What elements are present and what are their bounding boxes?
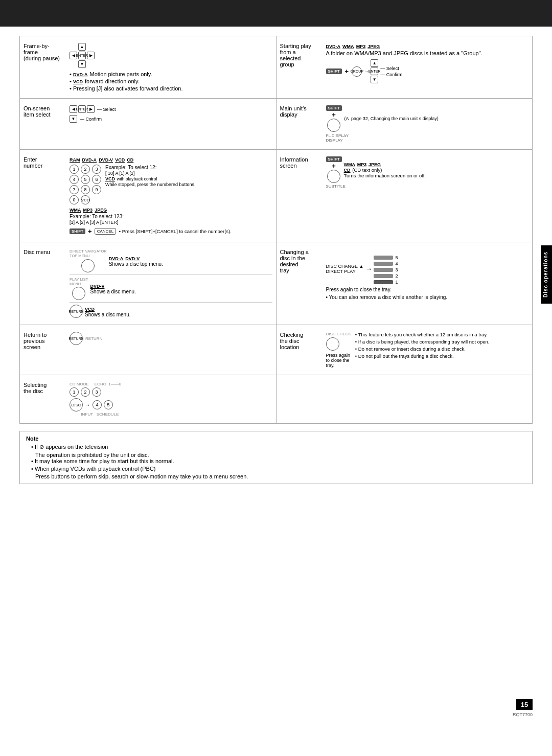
starting-play-row: Starting playfrom aselectedgroup DVD-A W… xyxy=(280,40,529,86)
chk-bullet2: • If a disc is being played, the corresp… xyxy=(355,339,490,345)
cd-also-note: • You can also remove a disc while anoth… xyxy=(326,294,529,300)
note-title: Note xyxy=(26,436,526,442)
info-screen-cell: Informationscreen SHIFT + WMA xyxy=(276,150,533,242)
onscreen-confirm: ▼ — Confirm xyxy=(70,115,272,123)
main-table: Frame-by-frame(during pause) ▲ ◀ ENTER ▶ xyxy=(19,36,533,424)
enter-number-row: Enternumber RAM DVD-A DVD-V VCD CD xyxy=(24,154,272,238)
disc-menu-label: Disc menu xyxy=(24,249,70,255)
en-num-grid-section: 1 2 3 4 5 6 7 8 9 0 xyxy=(70,165,272,204)
sd-controls2: DISC → 4 5 xyxy=(70,398,272,411)
note-item-3: • When playing VCDs with playback contro… xyxy=(31,466,526,472)
os-right-icon: ▶ xyxy=(87,105,95,113)
starting-play-controls: SHIFT + GROUP → ▲ ENTER xyxy=(326,59,529,83)
sd-mode-labels: CD MODE ECHO 1——8 xyxy=(70,382,272,386)
selecting-disc-cell: Selectingthe disc CD MODE ECHO 1——8 1 2 … xyxy=(20,375,277,424)
dm-dvdv-text: Shows a disc menu. xyxy=(90,289,136,294)
sd-disc-btn: DISC xyxy=(70,398,83,411)
group-btn-icon: GROUP xyxy=(352,66,362,77)
selecting-disc-row: Selectingthe disc CD MODE ECHO 1——8 1 2 … xyxy=(24,379,272,419)
selecting-disc-label: Selectingthe disc xyxy=(24,382,70,394)
return-prev-cell: Return topreviousscreen RETURN RETURN xyxy=(20,325,277,375)
sd-2-btn: 2 xyxy=(81,387,90,397)
dm-top-btn xyxy=(81,259,95,272)
chk-layout: DISC CHECK Press againto close thetray. … xyxy=(326,332,529,368)
return-prev-row: Return topreviousscreen RETURN RETURN xyxy=(24,329,272,353)
chk-bullet4: • Do not pull out the trays during a dis… xyxy=(355,353,490,359)
onscreen-row: On-screenitem select ◀ ENTER ▶ — Select xyxy=(24,103,272,125)
changing-disc-content: DISC CHANGE ▲DIRECT PLAY → 5 4 3 2 1 xyxy=(326,249,529,300)
en-example2: Example: To select 123: [1] A [2] A [3] … xyxy=(70,214,272,225)
checking-disc-content: DISC CHECK Press againto close thetray. … xyxy=(326,332,529,368)
dm-dvda-dvdv-badges: DVD-A DVD-V xyxy=(109,255,163,261)
sd-controls: 1 2 3 xyxy=(70,387,272,397)
tray-4: 4 xyxy=(374,261,398,266)
os-confirm-label: — Confirm xyxy=(80,117,102,122)
sd-5-btn: 5 xyxy=(104,400,113,409)
info-screen-content: SHIFT + WMA MP3 JPEG CD (CD text only) xyxy=(326,156,529,189)
tray-1: 1 xyxy=(374,280,398,285)
return-btn-label: RETURN xyxy=(85,336,102,341)
onscreen-controls: ◀ ENTER ▶ — Select xyxy=(70,105,272,113)
dm-dvdv-menu: PLAY LISTMENU DVD-V Shows a disc menu. xyxy=(70,277,272,300)
enter-small-icon: ENTER xyxy=(78,52,86,59)
dm-vcd-text: Shows a disc menu. xyxy=(85,312,131,317)
chk-bullets: • This feature lets you check whether a … xyxy=(355,332,490,359)
cd-press-again: Press again to close the tray. xyxy=(326,287,529,292)
is-subtitle-btn xyxy=(327,170,340,183)
is-shift-btn: SHIFT xyxy=(326,156,342,162)
dm-top-text: Shows a disc top menu. xyxy=(109,261,163,267)
os-enter-icon: ENTER xyxy=(78,105,86,113)
cd-tray-stack: 5 4 3 2 1 xyxy=(374,255,398,285)
return-prev-content: RETURN RETURN xyxy=(70,332,272,345)
note-item-3b: Press buttons to perform skip, search or… xyxy=(35,473,526,479)
frame-j-bullet: • Pressing [J] also activates forward di… xyxy=(70,85,272,91)
frame-vcd-bullet: • VCD forward direction only. xyxy=(70,78,272,84)
chk-bullet3: • Do not remove or insert discs during a… xyxy=(355,346,490,352)
chk-disc-check-btn xyxy=(326,337,339,351)
checking-disc-cell: Checkingthe disclocation DISC CHECK Pres… xyxy=(276,325,533,375)
en-formats2: WMA MP3 JPEG xyxy=(70,207,272,213)
changing-disc-row: Changing adisc in thedesiredtray DISC CH… xyxy=(280,246,529,303)
top-bar xyxy=(0,0,552,27)
enter-number-content: RAM DVD-A DVD-V VCD CD 1 2 xyxy=(70,156,272,235)
changing-disc-label: Changing adisc in thedesiredtray xyxy=(280,249,326,273)
dm-vcd-menu: RETURN VCD Shows a disc menu. xyxy=(70,305,272,318)
sd-1-btn: 1 xyxy=(70,387,79,397)
starting-play-desc: A folder on WMA/MP3 and JPEG discs is tr… xyxy=(326,50,529,56)
starting-play-cell: Starting playfrom aselectedgroup DVD-A W… xyxy=(276,36,533,99)
onscreen-cell: On-screenitem select ◀ ENTER ▶ — Select xyxy=(20,99,277,150)
tray-5: 5 xyxy=(374,255,398,260)
frame-by-frame-cell: Frame-by-frame(during pause) ▲ ◀ ENTER ▶ xyxy=(20,36,277,99)
onscreen-label: On-screenitem select xyxy=(24,105,70,118)
checking-disc-label: Checkingthe disclocation xyxy=(280,332,326,350)
main-display-row: Main unit'sdisplay SHIFT + (A page 32, C… xyxy=(280,103,529,145)
return-btn-icon: RETURN xyxy=(70,332,83,345)
en-shift-btn: SHIFT xyxy=(70,228,85,234)
page-number-box: 15 xyxy=(516,699,533,710)
down-arrow-icon: ▼ xyxy=(78,60,86,68)
disc-menu-cell: Disc menu DIRECT NAVIGATORTOP MENU xyxy=(20,242,277,325)
starting-play-badges: DVD-A WMA MP3 JPEG xyxy=(326,43,529,49)
up-arrow-icon: ▲ xyxy=(78,43,86,51)
return-prev-label: Return topreviousscreen xyxy=(24,332,70,350)
changing-disc-cell: Changing adisc in thedesiredtray DISC CH… xyxy=(276,242,533,325)
enter-number-cell: Enternumber RAM DVD-A DVD-V VCD CD xyxy=(20,150,277,242)
note-box: Note • If ⊘ appears on the television Th… xyxy=(19,431,533,484)
sp-enter-icon: ENTER xyxy=(371,67,378,75)
en-example1: Example: To select 12: [ 10] A [1] A [2]… xyxy=(105,165,196,187)
en-cancel-text: • Press [SHIFT]+[CANCEL] to cancel the n… xyxy=(118,228,232,234)
cd-disc-change-label: DISC CHANGE ▲DIRECT PLAY xyxy=(326,264,364,274)
frame-by-frame-row: Frame-by-frame(during pause) ▲ ◀ ENTER ▶ xyxy=(24,40,272,94)
md-circle-btn xyxy=(327,119,340,132)
dm-return-btn: RETURN xyxy=(70,305,83,318)
right-arrow-icon: ▶ xyxy=(87,52,95,59)
sp-up-icon: ▲ xyxy=(371,59,378,67)
note-item-1b: The operation is prohibited by the unit … xyxy=(35,452,526,458)
starting-play-label: Starting playfrom aselectedgroup xyxy=(280,43,326,67)
select-label: — Select xyxy=(380,66,402,71)
dm-menu-btn xyxy=(72,287,85,300)
is-subtitle-label: SUBTITLE xyxy=(326,184,529,189)
md-ref: (A page 32, Changing the main unit s dis… xyxy=(344,116,439,121)
chk-press-again: Press againto close thetray. xyxy=(326,353,351,368)
en-cancel-btn: CANCEL xyxy=(95,228,116,235)
